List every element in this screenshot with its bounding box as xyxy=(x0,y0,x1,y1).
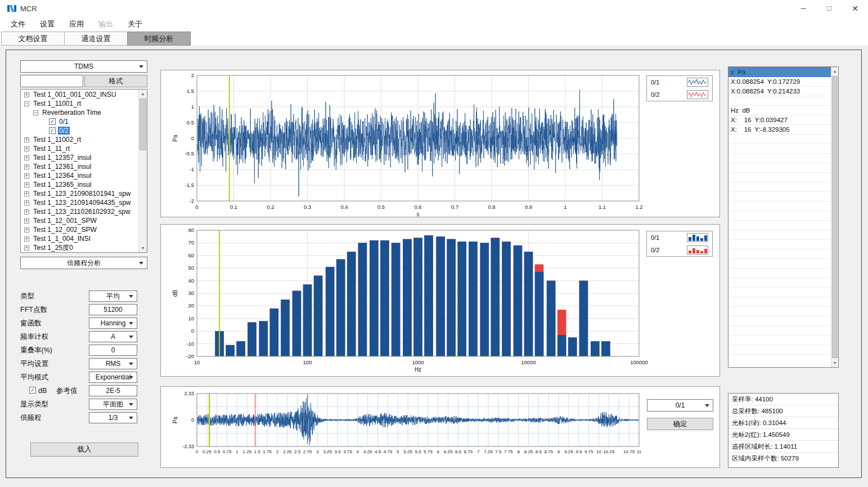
field-freq-weighting[interactable]: A xyxy=(89,331,137,342)
tab-channel-settings[interactable]: 通道设置 xyxy=(64,32,128,46)
tree-item-label[interactable]: Test 1_12_002_SPW xyxy=(32,226,98,234)
menu-item-about[interactable]: 关于 xyxy=(120,17,150,32)
measurement-row-1[interactable]: X:0.088254 Y:0.214233 xyxy=(728,87,831,96)
tree-item-label[interactable]: 0/1 xyxy=(58,118,70,126)
measurement-row-29[interactable] xyxy=(728,355,831,364)
tree-item-9[interactable]: +Test 1_12364_insul xyxy=(21,171,138,180)
tree-item-label[interactable]: Test 1_123_210908101941_spw xyxy=(32,190,132,198)
measurement-row-27[interactable] xyxy=(728,336,831,345)
tab-doc-settings[interactable]: 文档设置 xyxy=(1,32,65,46)
measurement-row-7[interactable] xyxy=(728,144,831,154)
tree-item-label[interactable]: Test 1_11001_rt xyxy=(32,100,82,108)
tree-item-label[interactable]: Test 1_12_001_SPW xyxy=(32,217,98,225)
db-checkbox[interactable]: ✓ xyxy=(29,387,36,394)
close-button[interactable]: ✕ xyxy=(842,0,868,17)
tree-item-1[interactable]: −Test 1_11001_rt xyxy=(21,99,138,108)
measurement-row-8[interactable] xyxy=(728,154,831,163)
maximize-button[interactable]: □ xyxy=(816,0,842,17)
tree-item-13[interactable]: +Test 1_123_211026102932_spw xyxy=(21,207,138,216)
tree-item-label[interactable]: Test 1_11002_rt xyxy=(32,136,82,144)
octave-spectrum-chart[interactable]: 80706050403020100-10-2010100100010000100… xyxy=(160,224,720,377)
measurement-row-2[interactable] xyxy=(728,96,831,106)
tree-item-label[interactable]: Test 1_12361_insul xyxy=(32,163,92,171)
expand-icon[interactable]: + xyxy=(24,236,29,242)
field-overlap[interactable]: 0 xyxy=(89,345,137,356)
measurement-row-26[interactable] xyxy=(728,326,831,336)
tree-item-8[interactable]: +Test 1_12361_insul xyxy=(21,162,138,171)
expand-icon[interactable]: + xyxy=(24,173,29,178)
tree-item-16[interactable]: +Test 1_1_004_INSI xyxy=(21,234,138,243)
time-waveform-chart[interactable]: 00.10.20.30.40.50.60.70.80.911.11.221.51… xyxy=(160,70,720,217)
scroll-up-icon[interactable]: ▲ xyxy=(139,90,147,98)
tree-item-0[interactable]: +Test 1_001_001_002_INSU xyxy=(21,90,138,99)
measurement-row-21[interactable] xyxy=(728,278,831,288)
measurement-row-13[interactable] xyxy=(728,202,831,211)
tree-item-6[interactable]: +Test 1_11_rt xyxy=(21,144,138,153)
tree-item-label[interactable]: Reverberation Time xyxy=(41,109,102,117)
expand-icon[interactable]: + xyxy=(24,245,29,251)
menu-item-apply[interactable]: 应用 xyxy=(62,17,91,32)
measurement-row-22[interactable] xyxy=(728,288,831,297)
confirm-button[interactable]: 确定 xyxy=(647,418,713,430)
menu-item-file[interactable]: 文件 xyxy=(3,17,33,32)
expand-icon[interactable]: + xyxy=(24,227,29,233)
tree-item-11[interactable]: +Test 1_123_210908101941_spw xyxy=(21,189,138,198)
field-fft-points[interactable]: 51200 xyxy=(89,304,137,315)
format-button[interactable]: 格式 xyxy=(84,75,147,87)
measurement-row-25[interactable] xyxy=(728,316,831,326)
tree-item-5[interactable]: +Test 1_11002_rt xyxy=(21,135,138,144)
legend-item-ch1[interactable]: 0/1 xyxy=(647,231,712,244)
tree-scrollbar[interactable]: ▲ ▼ xyxy=(138,90,147,252)
measurement-row-18[interactable] xyxy=(728,249,831,259)
measurement-row-16[interactable] xyxy=(728,230,831,240)
tree-item-label[interactable]: Test 1_001_001_002_INSU xyxy=(32,91,117,99)
tree-item-label[interactable]: 0/2 xyxy=(58,127,70,135)
legend-item-ch2[interactable]: 0/2 xyxy=(647,244,712,256)
tree-item-14[interactable]: +Test 1_12_001_SPW xyxy=(21,216,138,225)
expand-icon[interactable]: + xyxy=(24,164,29,169)
channel-checkbox[interactable]: ✓ xyxy=(49,118,56,125)
expand-icon[interactable]: + xyxy=(24,200,29,205)
measurement-row-4[interactable]: X: 16 Y:0.039427 xyxy=(728,115,831,125)
tree-item-17[interactable]: +Test 1_25度0 xyxy=(21,243,138,252)
tab-time-frequency[interactable]: 时频分析 xyxy=(127,32,191,46)
tree-scrollbar-thumb[interactable] xyxy=(140,99,146,150)
tree-item-3[interactable]: ✓0/1 xyxy=(21,117,138,126)
measurement-row-20[interactable] xyxy=(728,269,831,278)
measurement-scrollbar[interactable]: ▲ ▼ xyxy=(831,67,838,367)
measurement-row-11[interactable] xyxy=(728,182,831,192)
field-octave-fraction[interactable]: 1/3 xyxy=(89,412,137,423)
filter-input[interactable] xyxy=(20,75,83,87)
collapse-icon[interactable]: − xyxy=(33,110,38,115)
tree-item-label[interactable]: Test 1_12365_insul xyxy=(32,181,92,189)
tree-item-label[interactable]: Test 1_12364_insul xyxy=(32,172,92,180)
measurement-row-12[interactable] xyxy=(728,192,831,202)
measurement-row-10[interactable] xyxy=(728,173,831,182)
channel-dropdown[interactable]: 0/1 xyxy=(647,399,713,412)
scroll-up-icon[interactable]: ▲ xyxy=(831,67,838,75)
scroll-down-icon[interactable]: ▼ xyxy=(139,244,147,252)
scroll-down-icon[interactable]: ▼ xyxy=(831,359,838,367)
field-avg-mode[interactable]: Exponential xyxy=(89,372,137,383)
tree-item-7[interactable]: +Test 1_12357_insul xyxy=(21,153,138,162)
legend-item-ch1[interactable]: 0/1 xyxy=(647,76,712,88)
legend-item-ch2[interactable]: 0/2 xyxy=(647,88,712,101)
measurement-row-9[interactable] xyxy=(728,163,831,173)
tree-item-10[interactable]: +Test 1_12365_insul xyxy=(21,180,138,189)
file-format-dropdown[interactable]: TDMS xyxy=(20,60,147,73)
expand-icon[interactable]: + xyxy=(24,218,29,224)
tree-item-label[interactable]: Test 1_25度0 xyxy=(32,243,74,253)
field-window-function[interactable]: Hanning xyxy=(89,318,137,329)
tree-item-label[interactable]: Test 1_123_211026102932_spw xyxy=(32,208,132,216)
field-display-type[interactable]: 平面图 xyxy=(89,399,137,410)
tree-item-15[interactable]: +Test 1_12_002_SPW xyxy=(21,225,138,234)
tree-item-4[interactable]: ✓0/2 xyxy=(21,126,138,135)
expand-icon[interactable]: + xyxy=(24,209,29,215)
field-type[interactable]: 平均 xyxy=(89,291,137,302)
field-ref-value[interactable]: 2E-5 xyxy=(89,385,137,396)
tree-item-label[interactable]: Test 1_12357_insul xyxy=(32,154,92,162)
menu-item-settings[interactable]: 设置 xyxy=(33,17,62,32)
field-avg-setting[interactable]: RMS xyxy=(89,358,137,369)
measurement-row-0[interactable]: X:0.088254 Y:0.172729 xyxy=(728,77,831,87)
measurement-row-6[interactable] xyxy=(728,135,831,144)
